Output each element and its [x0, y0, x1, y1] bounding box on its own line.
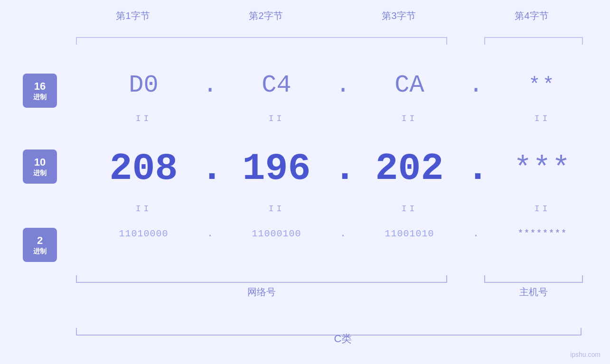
host-label: 主机号 [484, 286, 583, 299]
eq1-b1: II [87, 114, 201, 123]
hex-byte4: ** [486, 74, 600, 97]
dec-num: 10 [34, 156, 46, 168]
bin-byte2: 11000100 [220, 228, 334, 239]
hex-byte1: D0 [87, 71, 201, 99]
byte3-header: 第3字节 [342, 9, 456, 22]
eq2-b4: II [486, 204, 600, 214]
hex-num: 16 [34, 80, 46, 93]
top-bracket-host [484, 37, 583, 38]
bin-num: 2 [37, 234, 43, 247]
bin-byte4: ******** [486, 228, 600, 239]
byte4-header: 第4字节 [475, 9, 589, 22]
network-bracket-line [76, 282, 447, 283]
equals-row-2: II II II II [87, 204, 600, 214]
hex-unit: 进制 [33, 93, 47, 101]
dec-byte1: 208 [87, 147, 201, 190]
dec-label: 10 进制 [23, 149, 57, 184]
bin-row: 11010000 . 11000100 . 11001010 . *******… [87, 228, 600, 240]
dec-dot2: . [334, 147, 353, 190]
host-bracket: 主机号 [484, 282, 583, 299]
dec-dot1: . [201, 147, 220, 190]
network-bracket: 网络号 [76, 282, 447, 299]
eq2-b1: II [87, 204, 201, 214]
hex-dot3: . [467, 71, 486, 99]
byte-headers: 第1字节 第2字节 第3字节 第4字节 [76, 9, 589, 22]
dec-byte3: 202 [353, 147, 467, 190]
main-container: 16 进制 10 进制 2 进制 第1字节 第2字节 第3字节 第4字节 D0 … [0, 0, 610, 364]
eq1-b2: II [220, 114, 334, 123]
byte2-header: 第2字节 [209, 9, 323, 22]
equals-row-1: II II II II [87, 114, 600, 123]
eq2-b2: II [220, 204, 334, 214]
hex-byte3: CA [353, 71, 467, 99]
dec-unit: 进制 [33, 169, 47, 177]
bin-byte3: 11001010 [353, 228, 467, 239]
bin-dot2: . [334, 228, 353, 240]
hex-row: D0 . C4 . CA . ** [87, 71, 600, 99]
dec-byte4: *** [486, 152, 600, 186]
bin-dot1: . [201, 228, 220, 240]
eq1-b3: II [353, 114, 467, 123]
network-label: 网络号 [76, 286, 447, 299]
bin-label: 2 进制 [23, 228, 57, 262]
byte1-header: 第1字节 [76, 9, 190, 22]
bin-dot3: . [467, 228, 486, 240]
watermark: ipshu.com [570, 351, 601, 358]
hex-byte2: C4 [220, 71, 334, 99]
dec-row: 208 . 196 . 202 . *** [87, 147, 600, 190]
hex-dot2: . [334, 71, 353, 99]
hex-label: 16 进制 [23, 74, 57, 108]
bin-byte1: 11010000 [87, 228, 201, 239]
host-bracket-line [484, 282, 583, 283]
top-bracket-network [76, 37, 447, 38]
eq2-b3: II [353, 204, 467, 214]
eq1-b4: II [486, 114, 600, 123]
dec-byte2: 196 [220, 147, 334, 190]
hex-dot1: . [201, 71, 220, 99]
dec-dot3: . [467, 147, 486, 190]
bin-unit: 进制 [33, 247, 47, 255]
class-label: C类 [87, 332, 600, 346]
